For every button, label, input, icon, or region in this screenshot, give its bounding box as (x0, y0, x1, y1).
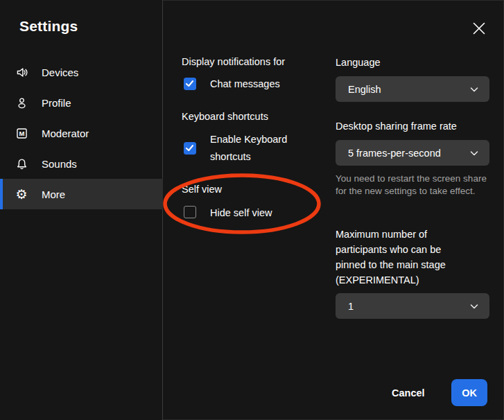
person-icon (15, 96, 28, 110)
sidebar-item-label: Devices (42, 67, 78, 78)
sidebar-item-devices[interactable]: Devices (0, 57, 163, 87)
ok-button[interactable]: OK (451, 379, 487, 406)
hide-self-view-label: Hide self view (210, 207, 272, 218)
sidebar-item-moderator[interactable]: M Moderator (0, 118, 163, 148)
notifications-heading: Display notifications for (182, 56, 285, 67)
sidebar-item-profile[interactable]: Profile (0, 87, 163, 118)
max-pinned-select[interactable]: 1 (336, 293, 489, 319)
enable-shortcuts-checkbox[interactable] (184, 142, 196, 155)
sidebar-item-sounds[interactable]: Sounds (0, 148, 163, 179)
sidebar-item-label: Moderator (42, 128, 89, 139)
gear-icon: ⚙ (15, 187, 28, 201)
settings-sidebar: Settings Devices (0, 0, 163, 420)
close-icon[interactable] (471, 21, 487, 36)
check-icon (184, 78, 195, 89)
chevron-down-icon (469, 301, 480, 312)
dialog-title: Settings (19, 18, 78, 35)
moderator-icon: M (15, 126, 28, 140)
annotation-ellipse (161, 172, 323, 236)
frame-rate-note: You need to restart the screen share for… (336, 173, 488, 198)
frame-rate-select[interactable]: 5 frames-per-second (336, 140, 489, 166)
enable-shortcuts-label: Enable Keyboard shortcuts (210, 131, 307, 166)
frame-rate-heading: Desktop sharing frame rate (336, 121, 457, 132)
max-pinned-select-value: 1 (348, 301, 354, 312)
cancel-button[interactable]: Cancel (386, 382, 431, 404)
language-select-value: English (348, 84, 381, 95)
self-view-heading: Self view (182, 184, 222, 195)
keyboard-heading: Keyboard shortcuts (182, 111, 268, 122)
frame-rate-select-value: 5 frames-per-second (348, 148, 441, 159)
svg-text:M: M (19, 129, 24, 137)
bell-icon (15, 157, 28, 170)
settings-dialog: Settings Devices (0, 0, 504, 420)
check-icon (184, 143, 195, 153)
max-pinned-heading: Maximum number of participants who can b… (336, 227, 466, 288)
sidebar-item-label: Sounds (42, 158, 77, 170)
chevron-down-icon (469, 84, 480, 95)
chevron-down-icon (469, 148, 480, 159)
language-heading: Language (336, 57, 381, 68)
language-select[interactable]: English (336, 76, 489, 102)
chat-messages-checkbox[interactable] (184, 78, 196, 90)
chat-messages-label: Chat messages (210, 78, 280, 89)
sidebar-item-label: Profile (42, 97, 71, 109)
sidebar-item-label: More (42, 189, 65, 200)
sidebar-item-more[interactable]: ⚙ More (0, 179, 163, 209)
hide-self-view-checkbox[interactable] (184, 206, 196, 218)
speaker-icon (15, 65, 28, 79)
sidebar-menu: Devices Profile M Moder (0, 57, 163, 209)
